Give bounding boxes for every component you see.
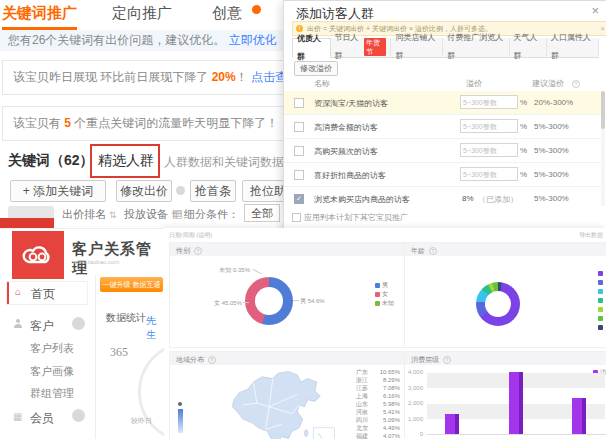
premium-input[interactable]: [460, 95, 518, 109]
help-circle-icon[interactable]: ?: [443, 356, 451, 364]
apply-label: 应用到本计划下其它宝贝推广: [304, 212, 408, 223]
legend-item[interactable]: [598, 269, 603, 278]
tab-targeted-promotion[interactable]: 定向推广: [112, 4, 172, 23]
province-name: 北京: [356, 424, 368, 432]
province-row: 四川5.09%: [356, 416, 400, 424]
crm-window: 客户关系管理 ecrm.taobao.com ⌂ 首页 客户 客户列表 客户画像…: [0, 228, 164, 439]
sidebar-item-customer[interactable]: 客户: [30, 318, 54, 335]
legend-dot-icon: [375, 283, 380, 288]
province-name: 山东: [356, 400, 368, 408]
province-value: 6.16%: [383, 392, 400, 400]
one-click-upgrade-button[interactable]: 一键升级 数据互通: [100, 277, 163, 292]
premium-input[interactable]: [460, 119, 518, 133]
dialog-tab-5[interactable]: 人口属性人群: [547, 38, 599, 56]
checkbox-icon[interactable]: [294, 170, 304, 180]
province-value: 5.09%: [383, 416, 400, 424]
help-circle-icon[interactable]: [176, 186, 185, 195]
sidebar-item-home[interactable]: ⌂ 首页: [6, 281, 88, 305]
checkbox-icon[interactable]: [294, 98, 304, 108]
legend-item[interactable]: [598, 323, 603, 332]
sidebar-item-member[interactable]: 会员: [30, 410, 54, 427]
dialog-tab-4[interactable]: 天气人群: [510, 38, 548, 56]
tab-keyword-promotion[interactable]: 关键词推广: [2, 4, 77, 30]
province-name: 广东: [356, 368, 368, 376]
legend-dot-icon: [598, 316, 603, 321]
percent-suffix: %: [520, 122, 527, 131]
province-name: 浙江: [356, 376, 368, 384]
checkbox-icon[interactable]: [292, 213, 301, 222]
modify-bid-button[interactable]: 修改出价: [116, 180, 172, 202]
legend-item[interactable]: 未知: [375, 299, 394, 308]
apply-to-plan-row[interactable]: 应用到本计划下其它宝贝推广: [292, 212, 408, 223]
add-keyword-button[interactable]: + 添加关键词: [10, 180, 106, 202]
legend-item[interactable]: 女: [375, 290, 394, 299]
filter-value-dropdown[interactable]: 全部: [244, 204, 280, 222]
sidebar-item-customer-list[interactable]: 客户列表: [30, 341, 74, 356]
sidebar-item-customer-profile[interactable]: 客户画像: [30, 364, 74, 379]
dialog-tab-3[interactable]: 付费推广浏览人群: [443, 38, 509, 56]
crm-logo: [12, 231, 64, 279]
optimize-now-link[interactable]: 立即优化: [229, 33, 277, 47]
filter-label: 细分条件：: [184, 207, 239, 222]
label-male: 男 54.6%: [300, 297, 325, 306]
dashboard-period-label: 日期/周期 (说明): [169, 231, 212, 240]
premium-input[interactable]: [460, 143, 518, 157]
active-indicator: [7, 282, 9, 304]
card-header: [170, 352, 404, 365]
legend-item[interactable]: [598, 278, 603, 287]
sort-device[interactable]: 投放设备 ⇅: [124, 207, 179, 222]
dialog-tab-2[interactable]: 同类店铺人群: [391, 38, 443, 56]
province-row: 福建4.07%: [356, 432, 400, 439]
legend-dot-icon: [598, 325, 603, 330]
dialog-tab-0[interactable]: 优质人群: [292, 38, 331, 58]
notice-text: 该宝贝有: [13, 116, 64, 130]
festival-badge: 年货节: [364, 38, 387, 56]
consumption-card: 消费层级 ? 访客数 4,0003,0002,0001,0000: [404, 351, 606, 439]
suggested-range: 5%-300%: [534, 170, 569, 179]
legend-item[interactable]: [598, 296, 603, 305]
modify-premium-button[interactable]: 修改溢价: [294, 61, 338, 76]
notice-text: 您有26个关键词有出价问题，建议优化。: [8, 33, 225, 47]
table-row: 高消费金额的访客%5%-300%: [284, 115, 602, 139]
tab-selected-crowd[interactable]: 精选人群: [98, 152, 154, 170]
tab-label: 付费推广浏览人群: [447, 29, 504, 65]
sort-bid-rank[interactable]: 出价排名 ⇅: [62, 207, 117, 222]
label-female: 女 45.05%: [192, 299, 242, 308]
dismiss-notice-icon[interactable]: ×: [600, 22, 605, 35]
checkbox-icon[interactable]: [294, 122, 304, 132]
scrollbar-thumb[interactable]: [601, 91, 605, 129]
legend-item[interactable]: 男: [375, 281, 394, 290]
checkbox-icon[interactable]: ✓: [294, 194, 304, 204]
export-data-link[interactable]: 导出数据: [579, 231, 603, 240]
premium-input[interactable]: [460, 167, 518, 181]
legend-item[interactable]: [598, 305, 603, 314]
help-circle-icon[interactable]: ?: [429, 247, 437, 255]
province-name: 福建: [356, 432, 368, 439]
tab-label: 同类店铺人群: [395, 29, 438, 65]
legend-item[interactable]: [598, 314, 603, 323]
tab-keywords-count[interactable]: 关键词（62）: [8, 152, 94, 170]
screenshot-stage: 关键词推广 定向推广 创意 您有26个关键词有出价问题，建议优化。 立即优化 查…: [0, 0, 606, 439]
tab-creative[interactable]: 创意: [212, 4, 242, 23]
china-map: [196, 368, 360, 439]
sidebar-item-group-manage[interactable]: 群组管理: [30, 386, 74, 401]
help-circle-icon[interactable]: ?: [194, 247, 202, 255]
keyword-traffic-drop-notice: 该宝贝有 5 个重点关键词的流量昨天明显下降了！ 点击查看: [2, 106, 312, 141]
checkbox-icon[interactable]: [294, 146, 304, 156]
grab-top-button[interactable]: 抢首条: [190, 180, 236, 202]
dialog-tab-1[interactable]: 节日人群年货节: [331, 38, 392, 56]
crowd-name: 高购买频次的访客: [314, 146, 378, 157]
table-row: 喜好折扣商品的访客%5%-300%: [284, 163, 602, 187]
legend-item[interactable]: [598, 287, 603, 296]
help-circle-icon[interactable]: ?: [208, 356, 216, 364]
help-circle-icon[interactable]: ?: [572, 80, 580, 88]
leader-line: [243, 302, 249, 303]
consumption-card-title: 消费层级: [411, 355, 439, 365]
tab-label: 人口属性人群: [551, 29, 594, 65]
col-name: 名称: [314, 78, 330, 89]
legend-dot-icon: [598, 271, 603, 276]
close-icon[interactable]: ×: [591, 3, 599, 18]
crowd-name: 喜好折扣商品的访客: [314, 170, 386, 181]
gauge-sublabel: 较昨日: [131, 416, 152, 426]
legend-gradient-bar: [178, 409, 183, 433]
